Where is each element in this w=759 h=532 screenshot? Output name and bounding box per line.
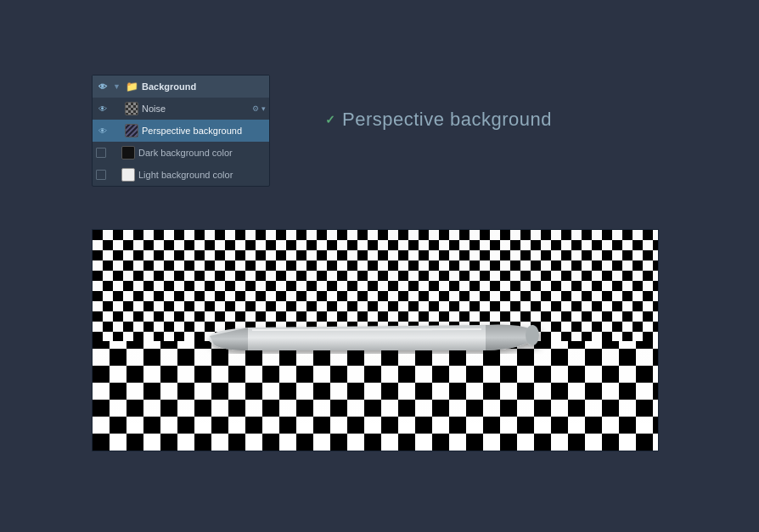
checkbox-dark-bg[interactable]	[96, 148, 106, 158]
svg-point-10	[526, 325, 539, 345]
thumb-noise	[125, 102, 138, 115]
layer-label-perspective: Perspective background	[142, 126, 266, 136]
layer-label-dark-bg: Dark background color	[138, 148, 266, 158]
pen-svg	[197, 306, 554, 374]
checkmark-icon: ✓	[325, 113, 335, 126]
expand-arrow-background[interactable]: ▼	[113, 82, 121, 91]
layer-row-noise[interactable]: 👁 Noise ⚙ ▾	[93, 98, 269, 120]
thumb-perspective	[125, 124, 138, 137]
layers-panel: 👁 ▼ 📁 Background 👁 Noise ⚙ ▾ 👁 Perspecti…	[92, 75, 270, 187]
layer-row-background[interactable]: 👁 ▼ 📁 Background	[93, 76, 269, 98]
layer-label-light-bg: Light background color	[138, 170, 266, 180]
layer-row-light-bg[interactable]: Light background color	[93, 164, 269, 186]
layer-row-perspective[interactable]: 👁 Perspective background	[93, 120, 269, 142]
eye-icon-noise[interactable]: 👁	[96, 102, 110, 115]
folder-icon-background: 📁	[125, 80, 138, 93]
perspective-label-text: Perspective background	[342, 109, 552, 131]
layer-row-dark-bg[interactable]: Dark background color	[93, 142, 269, 164]
settings-icon-noise[interactable]: ⚙ ▾	[252, 104, 266, 113]
pen-preview	[93, 230, 658, 451]
layer-label-noise: Noise	[142, 104, 249, 114]
thumb-light-bg	[121, 168, 135, 182]
eye-icon-background[interactable]: 👁	[96, 80, 110, 93]
preview-container	[92, 229, 659, 451]
thumb-dark-bg	[121, 146, 135, 160]
checkbox-light-bg[interactable]	[96, 170, 106, 180]
layer-label-background: Background	[142, 81, 266, 92]
perspective-label-area: ✓ Perspective background	[325, 109, 552, 131]
eye-icon-perspective[interactable]: 👁	[96, 124, 110, 137]
